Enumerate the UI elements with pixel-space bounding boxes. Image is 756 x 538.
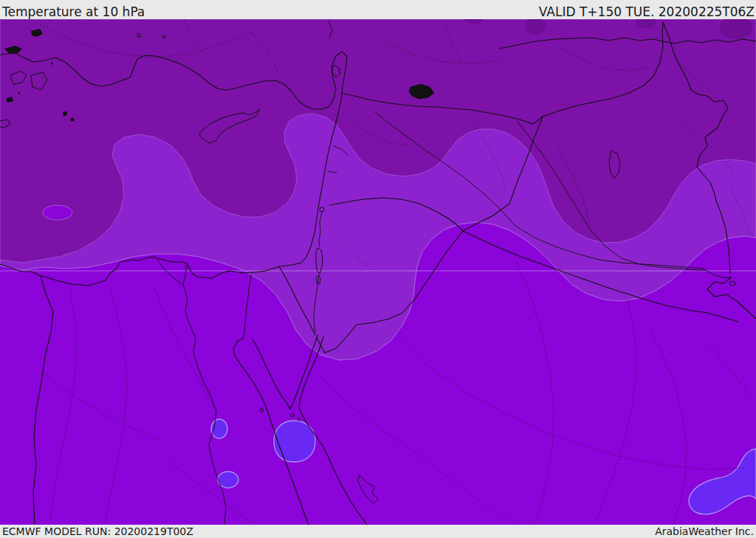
- page-title: Temperature at 10 hPa: [0, 5, 145, 19]
- model-run-label: ECMWF MODEL RUN: 20200219T00Z: [0, 525, 193, 537]
- valid-time-label: VALID T+150 TUE. 20200225T06Z: [539, 5, 756, 19]
- warm-pocket-nw-egypt: [43, 205, 72, 220]
- footer-bar: ECMWF MODEL RUN: 20200219T00Z ArabiaWeat…: [0, 525, 756, 538]
- header-bar: Temperature at 10 hPa VALID T+150 TUE. 2…: [0, 0, 756, 19]
- credit-label: ArabiaWeather Inc.: [655, 525, 756, 537]
- weather-map: [0, 19, 756, 525]
- app-window: Temperature at 10 hPa VALID T+150 TUE. 2…: [0, 0, 756, 538]
- map-svg: [0, 19, 756, 525]
